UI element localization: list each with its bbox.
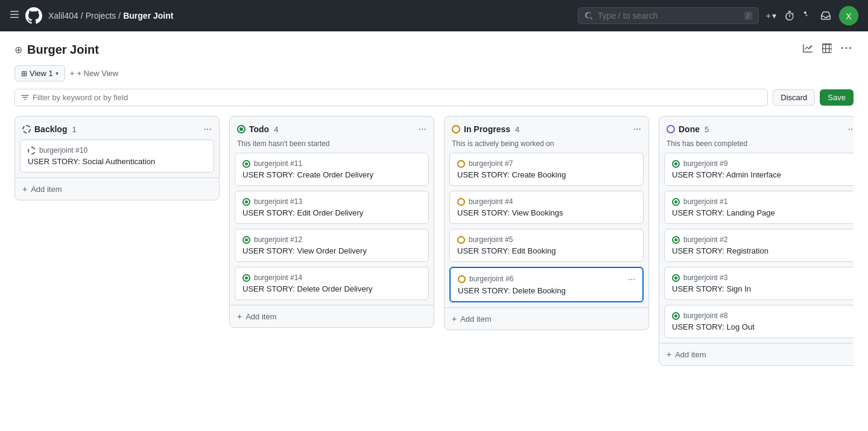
col-header-todo: Todo 4 ··· <box>230 117 434 139</box>
kebab-icon <box>841 43 851 53</box>
card-dots-menu[interactable]: ··· <box>628 274 635 284</box>
col-add-item[interactable]: + Add item <box>659 343 854 365</box>
card-status-icon <box>672 160 680 168</box>
filter-input[interactable] <box>33 93 761 102</box>
card-title: USER STORY: Social Authentication <box>28 157 206 166</box>
new-view-button[interactable]: + + New View <box>70 69 118 78</box>
card-status-icon <box>672 312 680 320</box>
col-title-row: Backlog 1 <box>22 124 77 134</box>
col-subtitle: This is actively being worked on <box>445 139 648 153</box>
col-add-item[interactable]: + Add item <box>230 305 434 327</box>
project-header: ⊕ Burger Joint <box>14 41 854 58</box>
card-title: USER STORY: Delete Booking <box>458 286 635 295</box>
card-issue-id: burgerjoint #8 <box>683 311 727 320</box>
discard-button[interactable]: Discard <box>773 89 815 106</box>
card-status-icon <box>457 198 465 206</box>
dropdown-icon: ▾ <box>772 11 776 21</box>
col-name: In Progress <box>464 124 510 134</box>
card-meta: burgerjoint #14 <box>242 273 421 282</box>
card-meta: burgerjoint #7 <box>457 159 636 168</box>
add-item-icon: + <box>667 350 671 359</box>
new-button[interactable]: + ▾ <box>766 11 776 21</box>
col-add-item[interactable]: + Add item <box>445 307 648 330</box>
col-menu-button[interactable]: ··· <box>848 124 854 135</box>
col-title-row: Done 5 <box>667 124 709 134</box>
card-meta: burgerjoint #4 <box>457 197 636 206</box>
card-title: USER STORY: Edit Order Delivery <box>242 208 421 217</box>
card-status-icon <box>457 160 465 168</box>
card-status-icon <box>457 236 465 244</box>
card-c4[interactable]: burgerjoint #4 USER STORY: View Bookings <box>449 191 644 224</box>
card-title: USER STORY: Registration <box>672 246 851 255</box>
card-c12[interactable]: burgerjoint #12 USER STORY: View Order D… <box>235 229 429 262</box>
card-c1[interactable]: burgerjoint #1 USER STORY: Landing Page <box>664 191 854 224</box>
card-status-icon <box>672 236 680 244</box>
card-c8[interactable]: burgerjoint #8 USER STORY: Log Out <box>664 305 854 338</box>
kanban-board: Backlog 1 ··· burgerjoint #10 USER STORY… <box>14 116 854 366</box>
card-status-icon <box>458 275 466 283</box>
card-c6[interactable]: burgerjoint #6 ··· USER STORY: Delete Bo… <box>449 267 644 302</box>
breadcrumb-user[interactable]: Xalil404 <box>48 11 78 21</box>
add-item-label: Add item <box>460 314 491 324</box>
card-c10[interactable]: burgerjoint #10 USER STORY: Social Authe… <box>20 139 214 173</box>
inbox-icon <box>821 11 831 21</box>
add-item-label: Add item <box>675 350 706 359</box>
card-status-icon <box>242 274 250 282</box>
card-c2[interactable]: burgerjoint #2 USER STORY: Registration <box>664 229 854 262</box>
project-globe-icon: ⊕ <box>14 44 22 56</box>
chart-view-button[interactable] <box>800 41 815 58</box>
card-issue-id: burgerjoint #14 <box>254 273 302 282</box>
col-title-row: In Progress 4 <box>452 124 519 134</box>
card-c7[interactable]: burgerjoint #7 USER STORY: Create Bookin… <box>449 153 644 186</box>
pullrequest-button[interactable] <box>803 11 813 21</box>
col-add-item[interactable]: + Add item <box>15 177 219 200</box>
col-menu-button[interactable]: ··· <box>419 124 426 135</box>
timer-icon <box>785 11 794 21</box>
breadcrumb-projects[interactable]: Projects <box>86 11 116 21</box>
kanban-col-backlog: Backlog 1 ··· burgerjoint #10 USER STORY… <box>14 116 220 200</box>
table-view-button[interactable] <box>820 41 834 58</box>
pullrequest-icon <box>803 11 813 21</box>
hamburger-menu[interactable] <box>10 10 19 22</box>
kanban-col-todo: Todo 4 ··· This item hasn't been started… <box>229 116 434 328</box>
status-circle-backlog <box>22 125 31 133</box>
card-meta: burgerjoint #9 <box>672 159 851 168</box>
col-cards-backlog: burgerjoint #10 USER STORY: Social Authe… <box>15 139 219 173</box>
card-issue-id: burgerjoint #13 <box>254 197 302 206</box>
card-meta: burgerjoint #6 ··· <box>458 274 635 284</box>
save-button[interactable]: Save <box>820 89 854 106</box>
inbox-button[interactable] <box>821 11 831 21</box>
nav-left: Xalil404 / Projects / Burger Joint <box>10 6 571 25</box>
col-name: Done <box>679 124 700 134</box>
search-input[interactable] <box>598 11 740 21</box>
card-title: USER STORY: Log Out <box>672 322 851 331</box>
tab-view1-dropdown[interactable]: ▾ <box>55 70 59 77</box>
card-c11[interactable]: burgerjoint #11 USER STORY: Create Order… <box>235 153 429 186</box>
card-c9[interactable]: burgerjoint #9 USER STORY: Admin Interfa… <box>664 153 854 186</box>
kanban-col-done: Done 5 ··· This has been completed burge… <box>659 116 854 366</box>
card-c13[interactable]: burgerjoint #13 USER STORY: Edit Order D… <box>235 191 429 224</box>
status-circle-done <box>667 125 675 133</box>
col-title-row: Todo 4 <box>237 124 278 134</box>
card-c14[interactable]: burgerjoint #14 USER STORY: Delete Order… <box>235 267 429 300</box>
status-circle-inprogress <box>452 125 460 133</box>
main-content: ⊕ Burger Joint ⊞ View 1 ▾ + + New View <box>0 31 868 375</box>
avatar-image: X <box>839 6 858 25</box>
avatar[interactable]: X <box>839 6 858 25</box>
card-c3[interactable]: burgerjoint #3 USER STORY: Sign In <box>664 267 854 300</box>
tab-view1[interactable]: ⊞ View 1 ▾ <box>14 65 65 81</box>
card-status-icon <box>672 198 680 206</box>
col-name: Backlog <box>34 124 67 134</box>
global-search[interactable]: / <box>578 7 759 24</box>
col-count: 4 <box>515 125 519 134</box>
timer-button[interactable] <box>785 11 794 21</box>
card-title: USER STORY: Create Order Delivery <box>242 170 421 179</box>
col-menu-button[interactable]: ··· <box>633 124 641 135</box>
more-options-button[interactable] <box>839 41 854 58</box>
card-c5[interactable]: burgerjoint #5 USER STORY: Edit Booking <box>449 229 644 262</box>
project-title-row: ⊕ Burger Joint <box>14 43 99 57</box>
col-menu-button[interactable]: ··· <box>204 124 212 135</box>
col-header-done: Done 5 ··· <box>659 117 854 139</box>
card-issue-id: burgerjoint #3 <box>683 273 727 282</box>
card-title: USER STORY: View Order Delivery <box>242 246 421 255</box>
